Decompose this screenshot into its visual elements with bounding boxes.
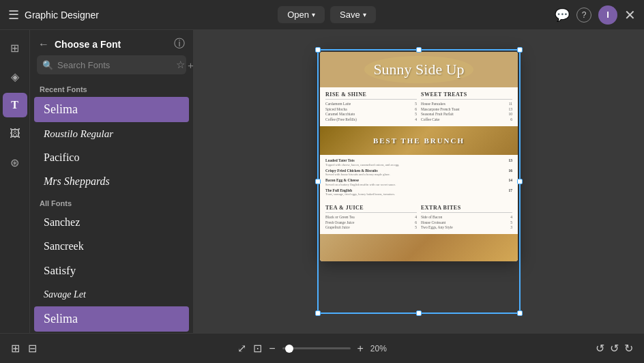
font-name: Sanchez — [44, 216, 179, 229]
brunch-items: Loaded Tater Tots13 Topped with cheese, … — [320, 155, 518, 201]
crop-button[interactable]: ⊡ — [253, 342, 262, 355]
favorites-button[interactable]: ☆ — [176, 59, 185, 71]
zoom-out-icon: − — [269, 343, 275, 354]
bottom-left: ⊞ ⊟ — [11, 342, 37, 355]
menu-card: Sunny Side Up RISE & SHINE Cardamom Latt… — [320, 52, 518, 261]
font-item-sanchez[interactable]: Sanchez — [34, 211, 189, 234]
help-button[interactable]: ? — [576, 8, 591, 23]
menu-row: House Croissant5 — [421, 220, 512, 224]
fit-icon: ⤢ — [237, 343, 246, 354]
redo-icon: ↻ — [624, 343, 633, 354]
brand-icon: ⊛ — [10, 156, 19, 169]
handle-bottom-right[interactable] — [517, 310, 523, 316]
handle-middle-right[interactable] — [517, 179, 523, 184]
handle-bottom-middle[interactable] — [416, 310, 422, 316]
layers-button[interactable]: ⊞ — [11, 342, 20, 355]
rise-shine-col: RISE & SHINE Cardamom Latte5 Spiced Moch… — [325, 91, 417, 122]
font-item-satisfy[interactable]: Satisfy — [34, 259, 189, 283]
crop-icon: ⊡ — [253, 343, 262, 354]
font-item-sancreek[interactable]: Sancreek — [34, 235, 189, 258]
menu-row: Coffee (Free Refills)4 — [325, 117, 417, 121]
undo-button[interactable]: ↺ — [610, 342, 619, 355]
sidebar-item-layout[interactable]: ⊞ — [3, 35, 27, 60]
font-name: Roustilo Regular — [44, 128, 179, 140]
menu-row: Cardamom Latte5 — [325, 102, 417, 106]
topbar-right: 💬 ? I ✕ — [555, 5, 636, 25]
menu-footer-img — [320, 234, 518, 261]
font-item-roustilo[interactable]: Roustilo Regular — [34, 123, 189, 145]
font-name: Mrs Sheppards — [44, 175, 179, 188]
menu-row: Spiced Mocha6 — [325, 107, 417, 111]
info-button[interactable]: ⓘ — [174, 37, 185, 51]
rise-shine-title: RISE & SHINE — [325, 91, 417, 100]
handle-top-right[interactable] — [517, 47, 523, 53]
sidebar-item-text[interactable]: T — [3, 93, 27, 117]
font-item-mrs-sheppards[interactable]: Mrs Sheppards — [34, 170, 189, 193]
font-name: Pacifico — [44, 151, 179, 164]
icon-sidebar: ⊞ ◈ T 🖼 ⊛ — [0, 30, 30, 333]
menu-button[interactable]: ☰ — [8, 8, 19, 23]
menu-bottom-columns: TEA & JUICE Black or Green Tea4 Fresh Or… — [320, 201, 518, 234]
refresh-button[interactable]: ↺ — [596, 342, 604, 355]
font-item-pacifico[interactable]: Pacifico — [34, 146, 189, 169]
canvas-wrapper: Sunny Side Up RISE & SHINE Cardamom Latt… — [320, 52, 518, 311]
font-name: Selima — [44, 312, 179, 326]
recent-fonts-label: Recent Fonts — [30, 80, 193, 96]
close-button[interactable]: ✕ — [624, 7, 636, 23]
search-icon: 🔍 — [42, 60, 53, 70]
menu-top-columns: RISE & SHINE Cardamom Latte5 Spiced Moch… — [320, 87, 518, 126]
comment-button[interactable]: 💬 — [555, 8, 570, 23]
bottom-center: ⤢ ⊡ − + 20% — [237, 342, 395, 355]
zoom-slider[interactable] — [282, 347, 351, 349]
font-item-selima-all[interactable]: Selima — [34, 306, 189, 332]
avatar[interactable]: I — [598, 5, 617, 25]
menu-row: Two Eggs, Any Style3 — [421, 225, 512, 229]
topbar: ☰ Graphic Designer Open ▾ Save ▾ 💬 ? I ✕ — [0, 0, 644, 30]
menu-row: Coffee Cake6 — [421, 117, 512, 121]
search-bar: 🔍 ☆ + — [37, 55, 186, 74]
all-fonts-label: All Fonts — [30, 194, 193, 210]
tea-juice-title: TEA & JUICE — [325, 205, 417, 213]
brunch-item: The Full English17 Toast, sausage, fried… — [325, 188, 512, 197]
images-icon: 🖼 — [10, 128, 20, 140]
layers-icon: ⊞ — [11, 343, 20, 354]
back-button[interactable]: ← — [38, 38, 49, 50]
brunch-section-img: BEST THE BRUNCH — [320, 126, 518, 155]
open-chevron-icon: ▾ — [312, 11, 315, 18]
bottom-toolbar: ⊞ ⊟ ⤢ ⊡ − + 20% ↺ ↺ ↻ — [0, 333, 644, 363]
zoom-out-button[interactable]: − — [269, 343, 275, 355]
help-icon: ? — [582, 10, 587, 20]
grid-button[interactable]: ⊟ — [28, 342, 37, 355]
sidebar-item-brand[interactable]: ⊛ — [3, 150, 27, 175]
save-button[interactable]: Save ▾ — [330, 6, 376, 23]
main-area: ⊞ ◈ T 🖼 ⊛ ← Choose a Font ⓘ 🔍 — [0, 30, 644, 333]
info-icon: ⓘ — [174, 38, 185, 49]
search-actions: ☆ + — [176, 59, 194, 71]
text-icon: T — [11, 99, 18, 111]
font-item-savage-let[interactable]: Savage Let — [34, 284, 189, 306]
open-button[interactable]: Open ▾ — [278, 6, 325, 23]
menu-row: Grapefruit Juice5 — [325, 225, 417, 229]
font-item-selima-recent[interactable]: Selima — [34, 97, 189, 122]
search-input[interactable] — [57, 60, 172, 70]
add-font-button[interactable]: + — [188, 59, 194, 71]
redo-button[interactable]: ↻ — [624, 342, 633, 355]
sweet-treats-col: SWEET TREATS House Pancakes11 Mascarpone… — [421, 91, 512, 122]
sidebar-item-images[interactable]: 🖼 — [3, 121, 27, 146]
topbar-center: Open ▾ Save ▾ — [278, 6, 375, 23]
undo-icon: ↺ — [610, 343, 619, 354]
canvas-area[interactable]: Sunny Side Up RISE & SHINE Cardamom Latt… — [194, 30, 644, 333]
menu-hero-title: Sunny Side Up — [373, 61, 464, 78]
app-title: Graphic Designer — [25, 10, 99, 20]
font-name: Sancreek — [44, 240, 179, 252]
font-panel-title: Choose a Font — [55, 39, 169, 50]
fit-button[interactable]: ⤢ — [237, 342, 246, 355]
font-name: Satisfy — [44, 264, 179, 278]
tea-juice-col: TEA & JUICE Black or Green Tea4 Fresh Or… — [325, 205, 417, 231]
handle-bottom-left[interactable] — [315, 310, 321, 316]
zoom-in-button[interactable]: + — [357, 343, 364, 355]
font-name: Savage Let — [44, 289, 179, 300]
zoom-label: 20% — [370, 344, 395, 353]
sidebar-item-elements[interactable]: ◈ — [3, 64, 27, 89]
grid-icon: ⊟ — [28, 343, 37, 354]
